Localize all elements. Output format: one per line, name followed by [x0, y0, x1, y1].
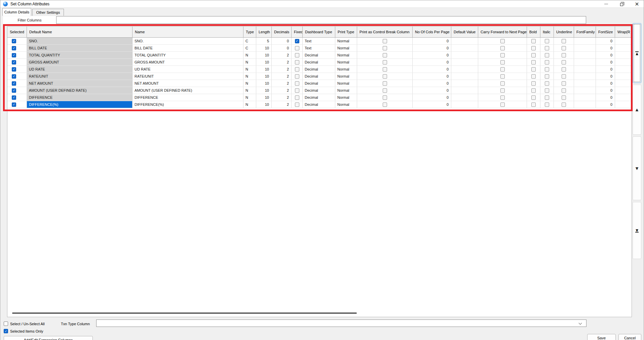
cell-bold[interactable]: [527, 101, 540, 108]
cell-type[interactable]: N: [243, 52, 256, 58]
cell-length[interactable]: 10: [256, 66, 272, 73]
move-up-button[interactable]: ▲: [633, 85, 641, 135]
carry-forward-checkbox[interactable]: [500, 95, 505, 100]
table-row[interactable]: ✓NET AMOUNTNET AMOUNTN102DecimalNormal00: [7, 80, 632, 87]
cell-fixed[interactable]: ✓: [292, 38, 303, 44]
cell-default-value[interactable]: [451, 73, 478, 80]
cell-length[interactable]: 10: [256, 87, 272, 94]
cell-decimals[interactable]: 0: [272, 38, 292, 44]
fixed-checkbox[interactable]: [295, 102, 299, 107]
cell-type[interactable]: N: [243, 87, 256, 94]
cell-default-value[interactable]: [451, 38, 478, 44]
cell-selected[interactable]: ✓: [7, 45, 27, 51]
cell-decimals[interactable]: 2: [272, 80, 292, 87]
cell-default-name[interactable]: UD RATE: [27, 66, 132, 73]
cell-font-size[interactable]: 0: [596, 101, 615, 108]
txn-type-column-dropdown[interactable]: [96, 320, 586, 327]
cell-length[interactable]: 10: [256, 94, 272, 101]
cell-default-name[interactable]: DIFFERENCE: [27, 94, 132, 101]
cell-bold[interactable]: [527, 94, 540, 101]
bold-checkbox[interactable]: [531, 60, 536, 65]
cell-print-cb[interactable]: [357, 45, 413, 51]
bold-checkbox[interactable]: [531, 39, 536, 43]
cell-type[interactable]: C: [243, 38, 256, 44]
cell-selected[interactable]: ✓: [7, 87, 27, 94]
cell-no-of-cols[interactable]: 0: [413, 38, 451, 44]
cell-carry-forward[interactable]: [478, 73, 527, 80]
cell-bold[interactable]: [527, 80, 540, 87]
cell-italic[interactable]: [540, 59, 554, 66]
cell-default-value[interactable]: [451, 80, 478, 87]
cell-selected[interactable]: ✓: [7, 80, 27, 87]
underline-checkbox[interactable]: [562, 46, 566, 50]
cell-name[interactable]: GROSS AMOUNT: [132, 59, 243, 66]
italic-checkbox[interactable]: [545, 53, 549, 57]
cancel-button[interactable]: Cancel: [618, 334, 641, 340]
cell-fixed[interactable]: [292, 52, 303, 58]
cell-no-of-cols[interactable]: 0: [413, 52, 451, 58]
cell-print-type[interactable]: Normal: [335, 38, 357, 44]
selected-checkbox[interactable]: ✓: [12, 46, 16, 50]
minimize-button[interactable]: [600, 0, 612, 8]
cell-name[interactable]: DIFFERENCE(%): [132, 101, 243, 108]
column-header-default-value[interactable]: Default Value: [451, 27, 478, 38]
cell-length[interactable]: 10: [256, 45, 272, 51]
cell-no-of-cols[interactable]: 0: [413, 45, 451, 51]
move-to-bottom-button[interactable]: ▼: [633, 202, 641, 259]
cell-wrap[interactable]: [615, 38, 632, 44]
cell-type[interactable]: C: [243, 45, 256, 51]
cell-dashboard-type[interactable]: Decimal: [303, 73, 335, 80]
cell-underline[interactable]: [554, 80, 574, 87]
cell-wrap[interactable]: [615, 80, 632, 87]
fixed-checkbox[interactable]: [295, 95, 299, 100]
cell-font-size[interactable]: 0: [596, 87, 615, 94]
cell-carry-forward[interactable]: [478, 66, 527, 73]
italic-checkbox[interactable]: [545, 88, 549, 93]
cell-wrap[interactable]: [615, 52, 632, 58]
cell-selected[interactable]: ✓: [7, 52, 27, 58]
print-cb-checkbox[interactable]: [383, 88, 387, 93]
cell-decimals[interactable]: 2: [272, 87, 292, 94]
column-header-name[interactable]: Name: [132, 27, 243, 38]
cell-default-name[interactable]: GROSS AMOUNT: [27, 59, 132, 66]
bold-checkbox[interactable]: [531, 67, 536, 72]
column-header-italic[interactable]: Italic: [540, 27, 554, 38]
cell-decimals[interactable]: 2: [272, 66, 292, 73]
print-cb-checkbox[interactable]: [383, 67, 387, 72]
cell-fixed[interactable]: [292, 80, 303, 87]
carry-forward-checkbox[interactable]: [500, 88, 505, 93]
cell-selected[interactable]: ✓: [7, 73, 27, 80]
underline-checkbox[interactable]: [562, 53, 566, 57]
fixed-checkbox[interactable]: [295, 88, 299, 93]
column-header-underline[interactable]: Underline: [554, 27, 574, 38]
cell-no-of-cols[interactable]: 0: [413, 101, 451, 108]
column-header-type[interactable]: Type: [243, 27, 256, 38]
cell-font-family[interactable]: [574, 87, 596, 94]
cell-print-cb[interactable]: [357, 66, 413, 73]
cell-dashboard-type[interactable]: Decimal: [303, 52, 335, 58]
cell-decimals[interactable]: 2: [272, 101, 292, 108]
cell-print-cb[interactable]: [357, 87, 413, 94]
cell-type[interactable]: N: [243, 94, 256, 101]
cell-no-of-cols[interactable]: 0: [413, 66, 451, 73]
italic-checkbox[interactable]: [545, 102, 549, 107]
column-header-selected[interactable]: Selected: [7, 27, 27, 38]
print-cb-checkbox[interactable]: [383, 81, 387, 86]
column-header-wrap[interactable]: Wrap(R: [615, 27, 632, 38]
cell-print-cb[interactable]: [357, 59, 413, 66]
cell-font-family[interactable]: [574, 59, 596, 66]
cell-bold[interactable]: [527, 59, 540, 66]
italic-checkbox[interactable]: [545, 81, 549, 86]
cell-default-value[interactable]: [451, 59, 478, 66]
cell-carry-forward[interactable]: [478, 45, 527, 51]
add-edit-expression-columns-button[interactable]: Add/Edit Expression Columns: [4, 336, 93, 340]
cell-dashboard-type[interactable]: Decimal: [303, 59, 335, 66]
horizontal-scrollbar[interactable]: [12, 312, 357, 314]
print-cb-checkbox[interactable]: [383, 39, 387, 43]
cell-underline[interactable]: [554, 94, 574, 101]
fixed-checkbox[interactable]: ✓: [295, 39, 299, 43]
cell-wrap[interactable]: [615, 45, 632, 51]
cell-length[interactable]: 10: [256, 52, 272, 58]
filter-columns-input[interactable]: [56, 16, 586, 24]
cell-italic[interactable]: [540, 87, 554, 94]
